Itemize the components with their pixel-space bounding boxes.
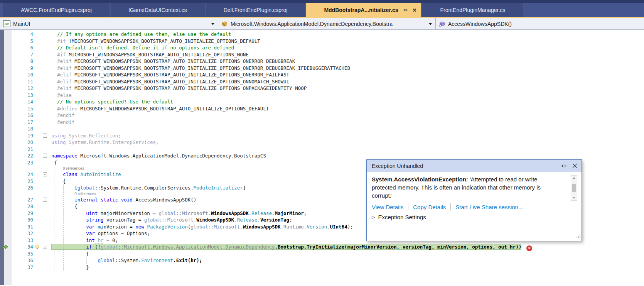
tab-igamedatauicontext-cs[interactable]: IGameDataUIContext.cs — [111, 3, 205, 17]
outlining-margin — [41, 31, 49, 38]
outlining-margin — [41, 159, 49, 166]
popup-scrollbar[interactable]: ▲ ▼ — [571, 175, 577, 201]
bulb-margin — [33, 125, 41, 132]
line-number: 28 — [12, 203, 33, 210]
code-line-20: 20using System.Runtime.InteropServices; — [0, 139, 644, 146]
tab-mddbootstrapa-nitializer-cs[interactable]: MddBootstrapA...nitializer.cs✕ — [306, 3, 421, 17]
indicator-margin — [0, 125, 12, 132]
bulb-margin — [33, 223, 41, 230]
fold-collapse-toggle[interactable]: - — [43, 198, 47, 202]
line-number: 24 — [12, 171, 33, 178]
close-icon[interactable]: ✕ — [413, 7, 417, 13]
code-editor[interactable]: 4 // If any options are defined use them… — [0, 30, 644, 285]
view-details-link[interactable]: View Details — [372, 204, 403, 210]
project-dropdown[interactable]: C# MainUI — [0, 18, 218, 29]
method-icon — [439, 21, 445, 27]
outlining-margin — [41, 44, 49, 51]
code-text: // If any options are defined use them, … — [49, 31, 231, 38]
outlining-margin: - — [41, 132, 49, 139]
close-icon[interactable] — [572, 163, 578, 169]
outlining-margin — [41, 178, 49, 185]
copy-details-link[interactable]: Copy Details — [413, 204, 446, 210]
type-dropdown[interactable]: Microsoft.Windows.ApplicationModel.Dynam… — [218, 18, 436, 29]
indent-guide — [63, 184, 64, 271]
exception-popup-header[interactable]: Exception Unhandled — [367, 160, 582, 172]
outlining-margin — [41, 184, 49, 191]
code-line-19: 19-using System.Reflection; — [0, 132, 644, 139]
navigation-bar: C# MainUI Microsoft.Windows.ApplicationM… — [0, 18, 644, 30]
code-line-7: 7 #if MICROSOFT_WINDOWSAPPSDK_BOOTSTRAP_… — [0, 51, 644, 58]
bulb-margin — [33, 78, 41, 85]
bulb-margin — [33, 92, 41, 99]
indicator-margin — [0, 44, 12, 51]
code-text: { — [49, 178, 66, 185]
bulb-margin — [33, 250, 41, 257]
code-line-12: 12 #elif MICROSOFT_WINDOWSAPPSDK_BOOTSTR… — [0, 85, 644, 92]
tab-dell-frontendplugin-csproj[interactable]: Dell.FrontEndPlugin.csproj — [206, 3, 305, 17]
bulb-margin — [33, 38, 41, 45]
outlining-margin — [41, 71, 49, 78]
pin-icon[interactable] — [403, 7, 409, 13]
fold-collapse-toggle[interactable]: - — [43, 245, 47, 249]
member-dropdown-label: AccessWindowsAppSDK() — [448, 21, 512, 27]
line-number: 16 — [12, 112, 33, 119]
scroll-down-icon[interactable]: ▼ — [573, 196, 576, 200]
fold-collapse-toggle[interactable]: - — [43, 134, 47, 138]
resize-grip[interactable] — [576, 233, 581, 240]
outlining-margin — [41, 85, 49, 92]
lightbulb-icon[interactable] — [33, 244, 41, 250]
current-statement-arrow-icon[interactable] — [0, 244, 12, 250]
outlining-margin — [41, 250, 49, 257]
outlining-margin — [41, 237, 49, 244]
code-text: #elif MICROSOFT_WINDOWSAPPSDK_BOOTSTRAP_… — [49, 85, 307, 92]
tab-label: IGameDataUIContext.cs — [128, 7, 187, 13]
pin-icon[interactable] — [561, 163, 567, 169]
indent-guide — [54, 166, 54, 271]
indicator-margin — [0, 196, 12, 203]
error-icon[interactable]: ✕ — [526, 245, 532, 251]
bulb-margin — [33, 71, 41, 78]
vs-editor-window: AWCC.FrontEndPlugin.csprojIGameDataUICon… — [0, 0, 644, 286]
tab-label: AWCC.FrontEndPlugin.csproj — [21, 7, 92, 13]
outlining-margin — [41, 38, 49, 45]
scroll-up-icon[interactable]: ▲ — [573, 176, 576, 180]
code-text: string versionTag = global::Microsoft.Wi… — [49, 217, 292, 223]
code-text: var minVersion = new PackageVersion(glob… — [49, 223, 353, 230]
outlining-margin: - — [41, 152, 49, 159]
line-number: 26 — [12, 184, 33, 191]
indicator-margin — [0, 112, 12, 119]
line-number: 37 — [12, 264, 33, 271]
bulb-margin — [33, 217, 41, 223]
code-text: class AutoInitialize — [49, 171, 121, 178]
outlining-margin: - — [41, 244, 49, 250]
code-line-37: 37 } — [0, 264, 644, 271]
tab-awcc-frontendplugin-csproj[interactable]: AWCC.FrontEndPlugin.csproj — [3, 3, 110, 17]
tab-frontendpluginmanager-cs[interactable]: FrontEndPluginManager.cs — [422, 3, 523, 17]
code-text: #endif — [49, 112, 74, 119]
bulb-margin — [33, 171, 41, 178]
outlining-margin — [41, 92, 49, 99]
fold-collapse-toggle[interactable]: - — [43, 154, 47, 158]
scroll-thumb[interactable] — [572, 184, 576, 192]
indicator-margin — [0, 223, 12, 230]
start-live-share-link[interactable]: Start Live Share session... — [455, 204, 523, 210]
code-line-36: 36 global::System.Environment.Exit(hr); — [0, 257, 644, 264]
outlining-margin — [41, 217, 49, 223]
outlining-margin: - — [41, 196, 49, 203]
outlining-margin: - — [41, 171, 49, 178]
line-number: 9 — [12, 65, 33, 72]
outlining-margin — [41, 119, 49, 126]
code-text: using System.Reflection; — [49, 132, 121, 139]
outlining-margin — [41, 98, 49, 105]
code-line-6: 6 // Default isn't defined. Define it if… — [0, 44, 644, 51]
exception-settings-expander[interactable]: ▷ Exception Settings — [367, 210, 582, 220]
bulb-margin — [33, 257, 41, 264]
fold-collapse-toggle[interactable]: - — [43, 172, 47, 176]
code-text: #if !MICROSOFT_WINDOWSAPPSDK_BOOTSTRAP_A… — [49, 38, 260, 45]
indicator-margin — [0, 78, 12, 85]
type-dropdown-label: Microsoft.Windows.ApplicationModel.Dynam… — [231, 21, 393, 27]
bulb-margin — [33, 31, 41, 38]
code-text: } — [49, 264, 89, 271]
line-number: 35 — [12, 250, 33, 257]
member-dropdown[interactable]: AccessWindowsAppSDK() — [436, 18, 644, 29]
